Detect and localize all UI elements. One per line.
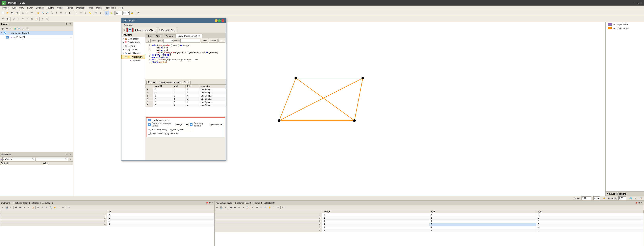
layer-item-virtual[interactable]: ▼ ⋯ my_virtual_layer [6] [0, 31, 73, 35]
load-as-new-layer-checkbox[interactable] [148, 119, 151, 121]
save-query-btn[interactable]: Save [201, 39, 208, 43]
add-feature-btn[interactable]: ⊞ [12, 17, 16, 21]
attr-invert-sel-btn-points[interactable]: ⊘ [44, 206, 48, 209]
attr-cell[interactable]: 1 [107, 213, 214, 216]
zoom-select-btn[interactable]: ⊗ [59, 11, 63, 15]
tree-item-virtual[interactable]: ▼ 🗂 Virtual Layers [122, 51, 145, 55]
new-project-btn[interactable]: 📄 [1, 11, 5, 15]
db-tab-query[interactable]: Query (Project layers) ✕ [176, 34, 202, 38]
zoom-layer-btn[interactable]: ⊕ [54, 11, 58, 15]
attr-cell[interactable]: 2 [107, 216, 214, 220]
cut-features-btn[interactable]: ✂ [25, 17, 30, 21]
db-export-btn[interactable]: ⬆ Export to File... [158, 28, 178, 32]
attr-cell[interactable]: 4 [536, 226, 644, 229]
attr-table-mypoints-settings[interactable]: ⚙ [209, 202, 211, 204]
menu-plugins[interactable]: Plugins [45, 6, 56, 9]
query-results-table[interactable]: new_id a_id b_id geometry 1 1 1 [145, 84, 226, 116]
stats-btn[interactable]: ∑ [98, 11, 103, 15]
python-console-btn[interactable]: 🐍 [109, 11, 114, 15]
zoom-prev-btn[interactable]: ◀ [63, 11, 68, 15]
snap-btn[interactable]: ⌖ [40, 17, 45, 21]
layers-settings-icon[interactable]: ⚙ [65, 22, 68, 26]
attr-add-row-btn-points[interactable]: ➕ [14, 206, 18, 209]
attr-save-btn-virtual[interactable]: 💾 [219, 206, 223, 209]
attr-move-sel-btn-points[interactable]: ↑ [57, 206, 61, 209]
paste-features-btn[interactable]: 📋 [34, 17, 39, 21]
tree-item-project-layers[interactable]: ▼ 📁 Project layers [122, 55, 145, 59]
attr-add-row-btn-virtual[interactable]: ➕ [229, 206, 233, 209]
menu-edit[interactable]: Edit [11, 6, 18, 9]
menu-web[interactable]: Web [87, 6, 95, 9]
attr-cell[interactable]: 3 [536, 216, 644, 220]
menu-settings[interactable]: Settings [34, 6, 45, 9]
collapse-all-btn[interactable]: ⊟ [26, 27, 29, 30]
attr-cell[interactable]: 1 [429, 213, 536, 216]
menu-view[interactable]: View [18, 6, 26, 9]
saved-query-select[interactable] [163, 39, 174, 43]
db-tab-query-close[interactable]: ✕ [198, 35, 200, 37]
select-btn[interactable]: ↖ [74, 11, 78, 15]
expand-all-btn[interactable]: ⊞ [21, 27, 25, 30]
attr-cell[interactable]: 4 [107, 223, 214, 226]
menu-raster[interactable]: Raster [65, 6, 74, 9]
db-tab-info[interactable]: Info [146, 34, 154, 38]
attr-cell[interactable]: 2 [536, 213, 644, 216]
unique-col-select[interactable]: new_id [175, 123, 189, 126]
attr-cell[interactable]: 1 [322, 213, 429, 216]
stats-settings-icon[interactable]: ⚙ [65, 153, 68, 156]
clear-btn[interactable]: Clear [182, 80, 190, 84]
attr-del-row-btn-points[interactable]: ➖ [18, 206, 22, 209]
attr-move-sel-btn-virtual[interactable]: ↑ [272, 206, 276, 209]
topology-btn[interactable]: ⬡ [45, 17, 50, 21]
db-import-btn[interactable]: ⬇ Import Layer/File... [133, 28, 157, 32]
tree-expand-geopackage[interactable]: ▶ [122, 38, 125, 40]
open-layer-properties-btn[interactable]: ⚙ [9, 27, 13, 30]
db-minimize-btn[interactable]: ─ [215, 19, 218, 22]
tree-item-postgis[interactable]: ▶ 🐘 PostGIS [122, 44, 145, 48]
remove-layer-btn[interactable]: ➖ [4, 27, 8, 30]
menu-processing[interactable]: Processing [103, 6, 117, 9]
db-tab-table[interactable]: Table [154, 34, 163, 38]
result-col-aid[interactable]: a_id [172, 85, 185, 88]
scale-input[interactable] [115, 11, 122, 15]
close-btn[interactable]: ✕ [641, 2, 642, 4]
attr-cell[interactable]: 4 [536, 229, 644, 232]
save-as-btn[interactable]: 💾 [14, 11, 19, 15]
attr-cut-btn-virtual[interactable]: ✂ [237, 206, 241, 209]
measure-btn[interactable]: 📏 [88, 11, 92, 15]
stats-layer-select[interactable]: myPoints [2, 157, 35, 161]
copy-features-btn[interactable]: ⎘ [30, 17, 34, 21]
tree-item-geopackage[interactable]: ▶ 📦 GeoPackage [122, 37, 145, 40]
attr-select-all-btn-points[interactable]: ⊞ [36, 206, 40, 209]
layer-item-points[interactable]: ● myPoints [4] ✕ [0, 35, 73, 39]
layer-rendering-header[interactable]: ▶ Layer Rendering [606, 192, 644, 196]
tree-item-oracle[interactable]: ▶ 🗄 Oracle Spatial [122, 40, 145, 44]
layer-checkbox-points[interactable] [6, 36, 9, 38]
query-name-input[interactable] [180, 39, 200, 43]
tree-item-spatialite[interactable]: ▶ 🗃 SpatiaLite [122, 48, 145, 51]
attr-cell[interactable]: 3 [429, 229, 536, 232]
menu-mesh[interactable]: Mesh [95, 6, 103, 9]
db-maximize-btn[interactable]: □ [218, 19, 221, 22]
layer-close-points[interactable]: ✕ [71, 36, 72, 38]
tree-expand-postgis[interactable]: ▶ [122, 45, 125, 47]
attr-col-bid-virtual[interactable]: b_id [536, 210, 644, 213]
attr-cell[interactable]: 2 [429, 226, 536, 229]
attr-rollback-btn-virtual[interactable]: ↩ [224, 206, 228, 209]
delete-query-btn[interactable]: Delete [209, 39, 218, 43]
attr-table-mypoints-pin[interactable]: 📌 [206, 202, 208, 204]
add-layer-btn[interactable]: ➕ [94, 11, 98, 15]
crs-btn[interactable]: 🌐 [628, 196, 633, 200]
scale-status-input[interactable] [582, 196, 592, 200]
db-close-btn[interactable]: ✕ [222, 19, 224, 22]
db-manager-btn[interactable]: 🗄 [104, 11, 109, 15]
attr-col-newid-virtual[interactable]: new_id [322, 210, 429, 213]
result-col-bid[interactable]: b_id [185, 85, 199, 88]
attr-deselect-btn-virtual[interactable]: ⊟ [255, 206, 259, 209]
attr-select-all-btn-virtual[interactable]: ⊞ [251, 206, 255, 209]
attr-col-id-points[interactable]: id [107, 210, 214, 213]
attr-paste-btn-virtual[interactable]: 📋 [246, 206, 250, 209]
result-col-newid[interactable]: new_id [154, 85, 172, 88]
layers-close-icon[interactable]: ✕ [69, 22, 72, 26]
tree-expand-oracle[interactable]: ▶ [122, 41, 125, 44]
